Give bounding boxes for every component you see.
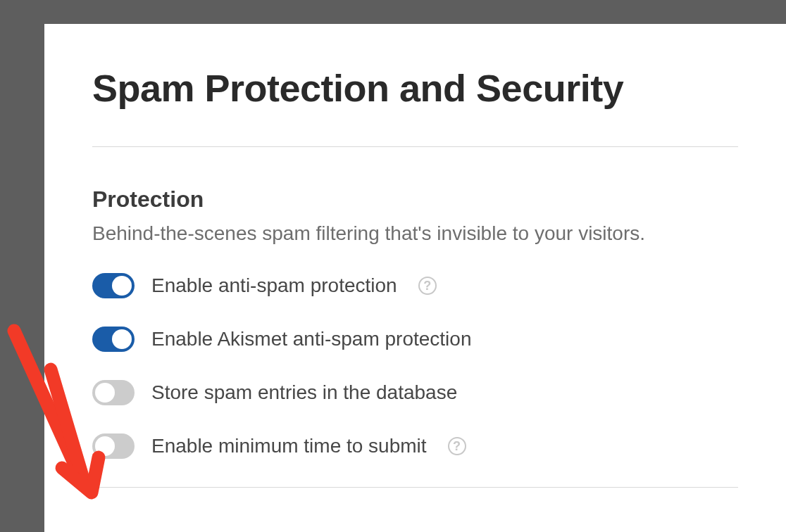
toggle-knob — [112, 329, 132, 349]
toggle-label-antispam: Enable anti-spam protection — [151, 274, 397, 297]
help-icon[interactable]: ? — [418, 277, 437, 295]
divider — [92, 146, 738, 147]
toggle-knob — [112, 276, 132, 296]
toggle-min-time[interactable] — [92, 433, 135, 459]
toggle-knob — [95, 436, 115, 456]
page-title: Spam Protection and Security — [92, 66, 738, 110]
toggle-knob — [95, 383, 115, 403]
toggle-label-akismet: Enable Akismet anti-spam protection — [151, 328, 471, 350]
toggle-label-store-spam: Store spam entries in the database — [151, 381, 457, 404]
section-title: Protection — [92, 186, 738, 213]
toggle-antispam[interactable] — [92, 273, 135, 298]
toggle-store-spam[interactable] — [92, 380, 135, 405]
section-description: Behind-the-scenes spam filtering that's … — [92, 222, 738, 245]
toggle-label-min-time: Enable minimum time to submit — [151, 435, 427, 457]
help-icon[interactable]: ? — [448, 437, 466, 455]
toggle-row-antispam: Enable anti-spam protection ? — [92, 273, 738, 298]
divider — [92, 487, 738, 488]
toggle-akismet[interactable] — [92, 327, 135, 352]
toggle-row-akismet: Enable Akismet anti-spam protection — [92, 327, 738, 352]
settings-panel: Spam Protection and Security Protection … — [44, 24, 786, 532]
toggle-row-min-time: Enable minimum time to submit ? — [92, 433, 738, 459]
toggle-row-store-spam: Store spam entries in the database — [92, 380, 738, 405]
